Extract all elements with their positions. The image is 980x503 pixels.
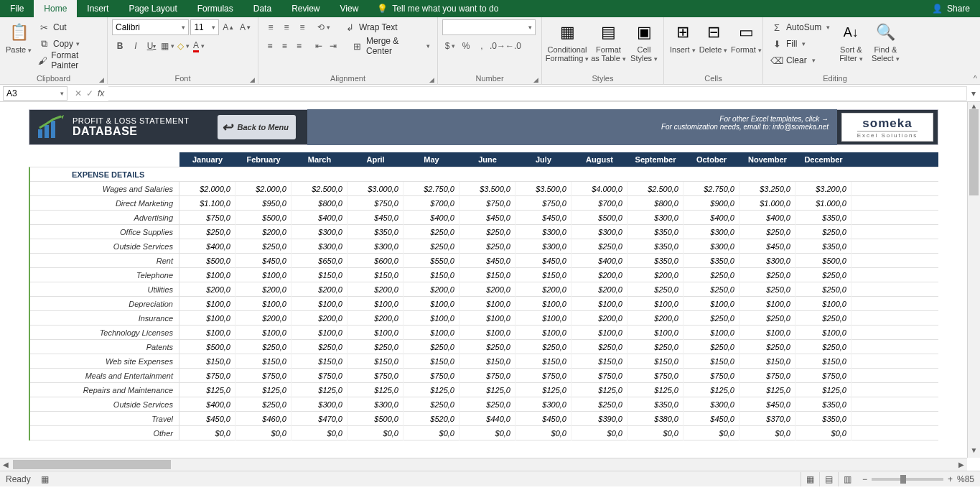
format-button[interactable]: ▭Format — [730, 19, 763, 55]
cell-value[interactable]: $300,0 — [291, 239, 347, 254]
cell-value[interactable]: $3.500,0 — [459, 182, 515, 196]
cell-value[interactable]: $100,0 — [403, 311, 459, 326]
cell-value[interactable]: $200,0 — [347, 282, 403, 297]
cell-value[interactable]: $1.000,0 — [795, 196, 851, 211]
macro-record-icon[interactable]: ▦ — [41, 474, 49, 484]
conditional-formatting-button[interactable]: ▦Conditional Formatting — [546, 19, 588, 63]
cell-value[interactable]: $100,0 — [403, 326, 459, 340]
cell-value[interactable]: $125,0 — [179, 383, 235, 397]
cell-value[interactable]: $100,0 — [795, 297, 851, 311]
collapse-ribbon-button[interactable]: ^ — [974, 74, 977, 83]
cell-value[interactable]: $250,0 — [403, 397, 459, 412]
cell-value[interactable]: $100,0 — [627, 326, 683, 340]
cell-value[interactable]: $300,0 — [515, 225, 571, 239]
cell-value[interactable]: $0,0 — [291, 426, 347, 440]
increase-decimal-button[interactable]: .0→ — [490, 38, 505, 54]
cell-value[interactable]: $0,0 — [627, 426, 683, 440]
cell-value[interactable]: $200,0 — [235, 282, 291, 297]
align-center-button[interactable]: ≡ — [277, 38, 291, 54]
zoom-out-button[interactable]: − — [862, 474, 867, 484]
cell-value[interactable]: $500,0 — [795, 254, 851, 268]
cell-value[interactable]: $0,0 — [515, 426, 571, 440]
cell-value[interactable]: $250,0 — [403, 225, 459, 239]
cell-value[interactable]: $350,0 — [347, 225, 403, 239]
cell-value[interactable]: $370,0 — [739, 412, 795, 426]
cell-value[interactable]: $2.500,0 — [627, 182, 683, 196]
cell-value[interactable]: $200,0 — [347, 311, 403, 326]
cell-value[interactable]: $300,0 — [291, 225, 347, 239]
table-row[interactable]: Web site Expenses$150,0$150,0$150,0$150,… — [30, 354, 938, 369]
cell-value[interactable]: $150,0 — [459, 268, 515, 282]
cell-value[interactable]: $125,0 — [515, 383, 571, 397]
cell-value[interactable]: $800,0 — [291, 196, 347, 211]
cell-value[interactable]: $150,0 — [179, 354, 235, 369]
cell-value[interactable]: $2.000,0 — [179, 182, 235, 196]
cell-value[interactable]: $750,0 — [235, 369, 291, 383]
cell-value[interactable]: $350,0 — [683, 254, 739, 268]
cell-value[interactable]: $150,0 — [347, 268, 403, 282]
cell-value[interactable]: $150,0 — [627, 354, 683, 369]
cell-value[interactable]: $950,0 — [235, 196, 291, 211]
table-row[interactable]: Travel$450,0$460,0$470,0$500,0$520,0$440… — [30, 412, 938, 426]
cell-value[interactable]: $400,0 — [291, 211, 347, 225]
scroll-thumb-h[interactable] — [13, 460, 171, 469]
cell-value[interactable]: $450,0 — [347, 211, 403, 225]
cell-value[interactable]: $0,0 — [571, 426, 627, 440]
cell-value[interactable]: $3.000,0 — [347, 182, 403, 196]
cell-value[interactable]: $150,0 — [571, 354, 627, 369]
tab-formulas[interactable]: Formulas — [187, 0, 243, 17]
font-size-combo[interactable]: 11▾ — [190, 19, 219, 35]
cell-value[interactable]: $250,0 — [291, 340, 347, 354]
horizontal-scrollbar[interactable]: ◀ ▶ — [0, 458, 967, 471]
cell-value[interactable]: $250,0 — [459, 340, 515, 354]
cell-value[interactable]: $125,0 — [683, 383, 739, 397]
cell-value[interactable]: $0,0 — [795, 426, 851, 440]
table-row[interactable]: Outside Services$400,0$250,0$300,0$300,0… — [30, 397, 938, 412]
cell-value[interactable]: $250,0 — [795, 311, 851, 326]
cell-value[interactable]: $350,0 — [795, 412, 851, 426]
tab-file[interactable]: File — [0, 0, 34, 17]
cell-value[interactable]: $150,0 — [683, 354, 739, 369]
align-bottom-button[interactable]: ≡ — [294, 19, 310, 35]
cell-value[interactable]: $100,0 — [683, 297, 739, 311]
cell-value[interactable]: $250,0 — [795, 282, 851, 297]
cell-value[interactable]: $600,0 — [347, 254, 403, 268]
page-break-view-button[interactable]: ▥ — [838, 472, 857, 486]
table-row[interactable]: Repairs and Maintenance$125,0$125,0$125,… — [30, 383, 938, 397]
cell-value[interactable]: $300,0 — [683, 239, 739, 254]
cell-value[interactable]: $100,0 — [179, 297, 235, 311]
table-row[interactable]: Telephone$100,0$100,0$150,0$150,0$150,0$… — [30, 268, 938, 282]
cell-value[interactable]: $750,0 — [459, 369, 515, 383]
name-box[interactable]: A3▾ — [3, 86, 67, 101]
cell-value[interactable]: $750,0 — [515, 196, 571, 211]
cell-value[interactable]: $350,0 — [795, 211, 851, 225]
cell-value[interactable]: $150,0 — [739, 354, 795, 369]
scroll-left-icon[interactable]: ◀ — [0, 458, 11, 471]
cell-value[interactable]: $750,0 — [179, 369, 235, 383]
cell-value[interactable]: $100,0 — [347, 297, 403, 311]
cell-value[interactable]: $250,0 — [403, 340, 459, 354]
cell-value[interactable]: $100,0 — [459, 326, 515, 340]
page-layout-view-button[interactable]: ▤ — [819, 472, 838, 486]
tab-data[interactable]: Data — [243, 0, 281, 17]
cell-value[interactable]: $250,0 — [403, 239, 459, 254]
alignment-launcher[interactable]: ◢ — [427, 75, 436, 84]
cell-value[interactable]: $100,0 — [235, 268, 291, 282]
cell-value[interactable]: $650,0 — [291, 254, 347, 268]
insert-button[interactable]: ⊞Insert — [668, 19, 697, 55]
cell-value[interactable]: $350,0 — [627, 254, 683, 268]
cell-value[interactable]: $450,0 — [739, 239, 795, 254]
cell-value[interactable]: $100,0 — [403, 297, 459, 311]
cell-value[interactable]: $900,0 — [683, 196, 739, 211]
normal-view-button[interactable]: ▦ — [801, 472, 819, 486]
cell-value[interactable]: $150,0 — [235, 354, 291, 369]
clipboard-launcher[interactable]: ◢ — [97, 75, 106, 84]
cell-value[interactable]: $450,0 — [235, 254, 291, 268]
cell-value[interactable]: $100,0 — [235, 297, 291, 311]
cell-value[interactable]: $250,0 — [795, 340, 851, 354]
cell-value[interactable]: $400,0 — [403, 211, 459, 225]
cell-value[interactable]: $450,0 — [515, 211, 571, 225]
font-color-button[interactable]: A — [191, 38, 207, 54]
cell-value[interactable]: $125,0 — [291, 383, 347, 397]
worksheet[interactable]: PROFIT & LOSS STATEMENT DATABASE ↩ Back … — [0, 102, 967, 458]
